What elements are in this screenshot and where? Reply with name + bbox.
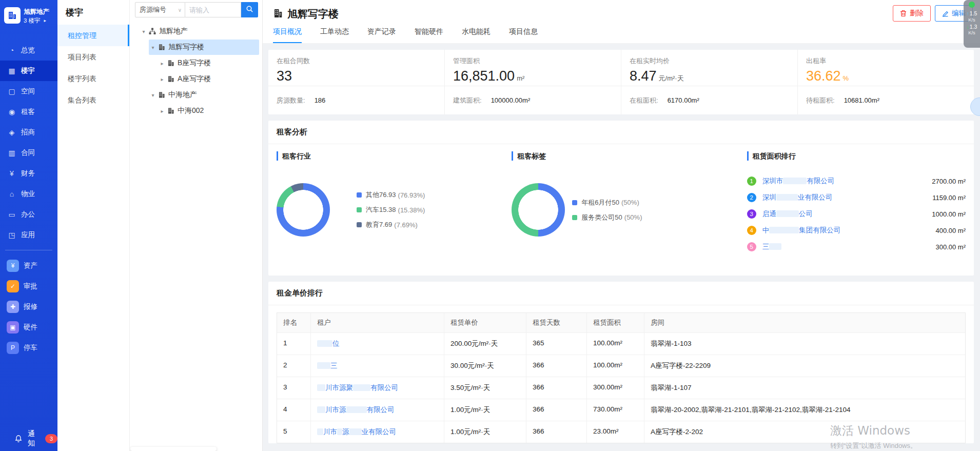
area-cell: 100.00m² [587, 333, 644, 355]
expand-arrow-icon[interactable]: ▸ [158, 108, 166, 114]
hardware-icon: ▣ [7, 321, 19, 334]
company-link[interactable]: 深圳业有限公司 [762, 193, 833, 202]
tenant-link[interactable]: 三 [317, 362, 338, 369]
tree-node[interactable]: ▸中海002 [158, 103, 259, 119]
sidebar-app-approval[interactable]: ✓审批 [0, 276, 57, 297]
sidebar-app-label: 停车 [24, 343, 37, 352]
substat: 待租面积:10681.00m² [798, 86, 974, 114]
sidebar-app-repair[interactable]: ✚报修 [0, 297, 57, 317]
assets-icon: ¥ [7, 260, 19, 272]
sidebar-item-label: 办公 [21, 210, 35, 219]
search-type-select[interactable]: 房源编号 ∨ [135, 2, 185, 17]
org-switcher[interactable]: 旭辉地产 3 楼宇 ▸ [0, 0, 57, 25]
tree-node[interactable]: ▾旭辉写字楼 [149, 40, 259, 55]
tab-utilities[interactable]: 水电能耗 [462, 27, 491, 43]
collapse-arrow-icon[interactable]: ▾ [140, 29, 148, 34]
tenant-link[interactable]: 川市源业有限公司 [317, 428, 396, 436]
contracts-icon: ▥ [7, 149, 16, 157]
tenant-cell: 位 [311, 333, 444, 355]
tab-smart-hardware[interactable]: 智能硬件 [415, 27, 443, 43]
sidebar-item-apps[interactable]: ◳应用 [0, 225, 57, 245]
sidebar-item-office[interactable]: ▭办公 [0, 204, 57, 225]
search-button[interactable] [241, 2, 258, 17]
tree-node[interactable]: ▸B座写字楼 [158, 55, 259, 71]
sidebar-app-label: 审批 [24, 282, 37, 291]
edit-icon [942, 10, 949, 17]
tenant-name: 有限公司 [370, 384, 398, 391]
submenu-item-collection-list[interactable]: 集合列表 [57, 89, 129, 111]
substat-value: 10681.00m² [844, 96, 879, 104]
redaction-mask [769, 243, 781, 250]
area-value: 1159.00 m² [932, 194, 966, 202]
column-header: 租户 [311, 313, 444, 332]
rank-cell: 3 [277, 377, 311, 399]
ranking-row: 4中集团有限公司400.00 m² [747, 222, 966, 239]
legend-label: 年租6月付50 [581, 198, 619, 207]
redaction-mask [337, 428, 342, 435]
collapse-arrow-icon[interactable]: ▾ [149, 92, 157, 98]
company-link[interactable]: 三 [762, 242, 782, 251]
building-icon [167, 107, 174, 114]
sidebar-app-parking[interactable]: P停车 [0, 338, 57, 358]
sidebar-item-finance[interactable]: ¥财务 [0, 163, 57, 184]
rank-badge: 1 [747, 177, 756, 186]
tree-node[interactable]: ▸A座写字楼 [158, 71, 259, 87]
tenant-cell: 川市源聚有限公司 [311, 377, 444, 399]
tab-overview[interactable]: 项目概况 [273, 27, 302, 43]
sidebar-item-contracts[interactable]: ▥合同 [0, 143, 57, 163]
search-input[interactable] [185, 2, 241, 17]
submenu-item-building-list[interactable]: 楼宇列表 [57, 68, 129, 89]
sidebar-app-hardware[interactable]: ▣硬件 [0, 317, 57, 338]
tab-asset-records[interactable]: 资产记录 [367, 27, 396, 43]
sidebar-item-overview[interactable]: ◔总览 [0, 40, 57, 61]
expand-arrow-icon[interactable]: ▸ [158, 61, 166, 66]
legend-label: 教育7.69 [366, 220, 392, 229]
area-cell: 300.00m² [587, 377, 644, 399]
sidebar-app-label: 硬件 [24, 323, 37, 332]
donut-chart [277, 183, 330, 237]
expand-caret-icon[interactable]: ▸ [44, 17, 47, 24]
legend-percent: (50%) [621, 199, 639, 206]
stat-value: 8.47元/m²·天 [630, 68, 797, 84]
company-link[interactable]: 启通公司 [762, 209, 813, 219]
sidebar-app-assets[interactable]: ¥资产 [0, 256, 57, 276]
stat-出租率: 出租率36.62% [798, 50, 974, 86]
notifications-label: 通知 [28, 429, 39, 448]
tab-work-orders[interactable]: 工单动态 [320, 27, 349, 43]
search-bar: 房源编号 ∨ [129, 0, 262, 19]
expand-arrow-icon[interactable]: ▸ [158, 76, 166, 82]
tree-node[interactable]: ▾中海地产 [149, 87, 259, 103]
download-arrow-icon: ↓ [967, 24, 969, 30]
tenant-link[interactable]: 川市源有限公司 [317, 406, 395, 414]
column-header: 租赁面积 [587, 313, 644, 332]
legend-label: 服务类公司50 [581, 213, 622, 222]
rooms-cell: 翡翠湖-20-2002,翡翠湖-21-2101,翡翠湖-21-2102,翡翠湖-… [644, 399, 965, 421]
company-link[interactable]: 深圳市有限公司 [762, 177, 835, 186]
sidebar-item-property[interactable]: ⌂物业 [0, 184, 57, 204]
sidebar-item-space[interactable]: ▢空间 [0, 81, 57, 102]
rank-badge: 5 [747, 242, 756, 251]
sidebar-item-notifications[interactable]: 通知 3 [0, 429, 57, 448]
sidebar-item-leasing[interactable]: ◈招商 [0, 122, 57, 143]
rooms-cell: A座写字楼-2-202 [644, 421, 965, 443]
sidebar: 旭辉地产 3 楼宇 ▸ ◔总览▦楼宇▢空间◉租客◈招商▥合同¥财务⌂物业▭办公◳… [0, 0, 57, 451]
legend-item: 服务类公司50(50%) [572, 213, 642, 222]
substat: 房源数量:186 [268, 86, 445, 114]
section-title: 租赁面积排行 [747, 151, 966, 161]
delete-button[interactable]: 删除 [893, 5, 931, 22]
substat-label: 待租面积: [806, 96, 835, 105]
submenu-item-project-list[interactable]: 项目列表 [57, 46, 129, 68]
sidebar-item-tenants[interactable]: ◉租客 [0, 102, 57, 122]
submenu-item-rent-control[interactable]: 租控管理 [57, 25, 129, 46]
horizontal-scrollbar[interactable] [130, 447, 217, 451]
sidebar-item-buildings[interactable]: ▦楼宇 [0, 61, 57, 81]
tree-node-label: 中海地产 [168, 90, 197, 100]
net-speed-overlay[interactable]: ↑1.5 K/s ↓1.3 K/s [964, 0, 980, 48]
tab-project-info[interactable]: 项目信息 [509, 27, 538, 43]
company-link[interactable]: 中集团有限公司 [762, 226, 841, 235]
tenant-link[interactable]: 位 [317, 340, 340, 347]
tree-node[interactable]: ▾旭辉地产 [140, 24, 259, 39]
tenant-link[interactable]: 川市源聚有限公司 [317, 384, 398, 391]
collapse-arrow-icon[interactable]: ▾ [149, 45, 157, 50]
company-name: 业有限公司 [798, 193, 833, 201]
